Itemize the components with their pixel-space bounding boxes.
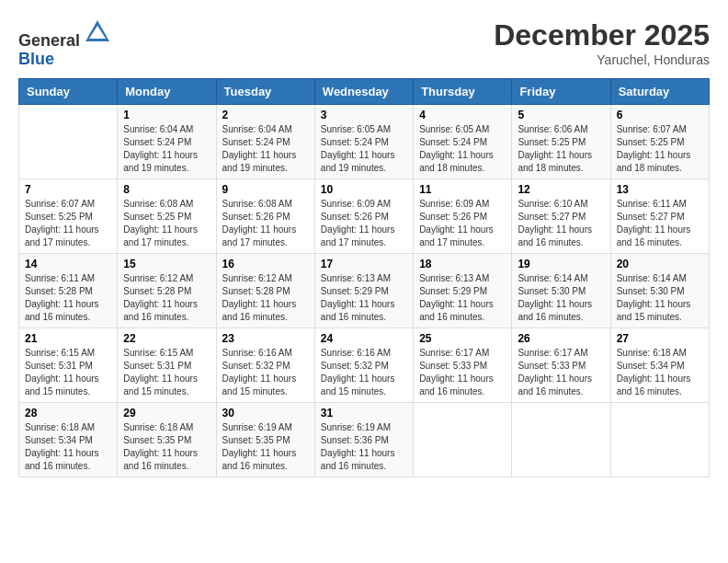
title-block: December 2025 Yaruchel, Honduras: [494, 18, 710, 67]
day-info: Sunrise: 6:10 AMSunset: 5:27 PMDaylight:…: [518, 198, 604, 249]
calendar-week-row: 28Sunrise: 6:18 AMSunset: 5:34 PMDayligh…: [19, 402, 710, 477]
day-info: Sunrise: 6:09 AMSunset: 5:26 PMDaylight:…: [321, 198, 407, 249]
weekday-header-monday: Monday: [118, 78, 216, 104]
weekday-header-row: SundayMondayTuesdayWednesdayThursdayFrid…: [19, 78, 710, 104]
page-header: General Blue December 2025 Yaruchel, Hon…: [18, 18, 710, 69]
calendar-cell: 25Sunrise: 6:17 AMSunset: 5:33 PMDayligh…: [414, 327, 512, 402]
logo: General Blue: [18, 18, 111, 69]
day-number: 15: [123, 258, 210, 270]
weekday-header-sunday: Sunday: [19, 78, 118, 104]
calendar-cell: 22Sunrise: 6:15 AMSunset: 5:31 PMDayligh…: [118, 327, 216, 402]
day-info: Sunrise: 6:16 AMSunset: 5:32 PMDaylight:…: [321, 347, 407, 398]
calendar-cell: 16Sunrise: 6:12 AMSunset: 5:28 PMDayligh…: [216, 253, 314, 327]
calendar-cell: 1Sunrise: 6:04 AMSunset: 5:24 PMDaylight…: [118, 104, 216, 178]
calendar-cell: 27Sunrise: 6:18 AMSunset: 5:34 PMDayligh…: [610, 327, 709, 402]
weekday-header-saturday: Saturday: [610, 78, 709, 104]
calendar-cell: 23Sunrise: 6:16 AMSunset: 5:32 PMDayligh…: [216, 327, 314, 402]
day-info: Sunrise: 6:14 AMSunset: 5:30 PMDaylight:…: [617, 272, 703, 324]
day-info: Sunrise: 6:07 AMSunset: 5:25 PMDaylight:…: [25, 198, 111, 249]
day-number: 8: [123, 183, 210, 196]
day-number: 23: [222, 332, 309, 345]
calendar-cell: [610, 402, 709, 477]
day-number: 12: [518, 183, 604, 196]
day-info: Sunrise: 6:13 AMSunset: 5:29 PMDaylight:…: [419, 272, 506, 324]
calendar-cell: 3Sunrise: 6:05 AMSunset: 5:24 PMDaylight…: [314, 104, 413, 178]
day-info: Sunrise: 6:18 AMSunset: 5:35 PMDaylight:…: [123, 421, 210, 473]
calendar-week-row: 7Sunrise: 6:07 AMSunset: 5:25 PMDaylight…: [19, 178, 710, 253]
day-number: 7: [25, 183, 111, 196]
day-number: 11: [419, 183, 506, 196]
day-number: 22: [123, 332, 210, 345]
logo-general-text: General: [18, 31, 80, 50]
day-number: 3: [321, 109, 407, 121]
weekday-header-tuesday: Tuesday: [216, 78, 314, 104]
day-info: Sunrise: 6:18 AMSunset: 5:34 PMDaylight:…: [617, 347, 703, 398]
day-number: 13: [617, 183, 703, 196]
day-number: 21: [25, 332, 111, 345]
calendar-cell: 17Sunrise: 6:13 AMSunset: 5:29 PMDayligh…: [314, 253, 413, 327]
day-number: 29: [123, 407, 210, 419]
day-info: Sunrise: 6:19 AMSunset: 5:35 PMDaylight:…: [222, 421, 309, 473]
calendar-cell: [414, 402, 512, 477]
day-info: Sunrise: 6:09 AMSunset: 5:26 PMDaylight:…: [419, 198, 506, 249]
day-number: 27: [617, 332, 703, 345]
calendar-cell: 24Sunrise: 6:16 AMSunset: 5:32 PMDayligh…: [314, 327, 413, 402]
calendar-cell: 14Sunrise: 6:11 AMSunset: 5:28 PMDayligh…: [19, 253, 118, 327]
day-info: Sunrise: 6:07 AMSunset: 5:25 PMDaylight:…: [617, 123, 703, 175]
day-info: Sunrise: 6:06 AMSunset: 5:25 PMDaylight:…: [518, 123, 604, 175]
calendar-cell: 8Sunrise: 6:08 AMSunset: 5:25 PMDaylight…: [118, 178, 216, 253]
weekday-header-friday: Friday: [512, 78, 610, 104]
day-number: 16: [222, 258, 309, 270]
day-number: 25: [419, 332, 506, 345]
calendar-cell: 21Sunrise: 6:15 AMSunset: 5:31 PMDayligh…: [19, 327, 118, 402]
day-info: Sunrise: 6:11 AMSunset: 5:28 PMDaylight:…: [25, 272, 111, 324]
day-number: 28: [25, 407, 111, 419]
calendar-cell: [19, 104, 118, 178]
day-info: Sunrise: 6:08 AMSunset: 5:25 PMDaylight:…: [123, 198, 210, 249]
day-number: 14: [25, 258, 111, 270]
calendar-week-row: 21Sunrise: 6:15 AMSunset: 5:31 PMDayligh…: [19, 327, 710, 402]
day-info: Sunrise: 6:17 AMSunset: 5:33 PMDaylight:…: [518, 347, 604, 398]
calendar-cell: 5Sunrise: 6:06 AMSunset: 5:25 PMDaylight…: [512, 104, 610, 178]
day-number: 5: [518, 109, 604, 121]
logo-blue-text: Blue: [18, 50, 54, 68]
calendar-cell: 31Sunrise: 6:19 AMSunset: 5:36 PMDayligh…: [314, 402, 413, 477]
calendar-cell: 30Sunrise: 6:19 AMSunset: 5:35 PMDayligh…: [216, 402, 314, 477]
calendar-table: SundayMondayTuesdayWednesdayThursdayFrid…: [18, 78, 710, 477]
day-number: 24: [321, 332, 407, 345]
weekday-header-wednesday: Wednesday: [314, 78, 413, 104]
day-info: Sunrise: 6:18 AMSunset: 5:34 PMDaylight:…: [25, 421, 111, 473]
day-info: Sunrise: 6:05 AMSunset: 5:24 PMDaylight:…: [419, 123, 506, 175]
day-number: 30: [222, 407, 309, 419]
day-info: Sunrise: 6:12 AMSunset: 5:28 PMDaylight:…: [123, 272, 210, 324]
day-number: 19: [518, 258, 604, 270]
calendar-cell: 4Sunrise: 6:05 AMSunset: 5:24 PMDaylight…: [414, 104, 512, 178]
day-info: Sunrise: 6:08 AMSunset: 5:26 PMDaylight:…: [222, 198, 309, 249]
calendar-cell: 12Sunrise: 6:10 AMSunset: 5:27 PMDayligh…: [512, 178, 610, 253]
day-info: Sunrise: 6:05 AMSunset: 5:24 PMDaylight:…: [321, 123, 407, 175]
day-info: Sunrise: 6:16 AMSunset: 5:32 PMDaylight:…: [222, 347, 309, 398]
day-info: Sunrise: 6:14 AMSunset: 5:30 PMDaylight:…: [518, 272, 604, 324]
day-info: Sunrise: 6:13 AMSunset: 5:29 PMDaylight:…: [321, 272, 407, 324]
calendar-week-row: 14Sunrise: 6:11 AMSunset: 5:28 PMDayligh…: [19, 253, 710, 327]
day-number: 2: [222, 109, 309, 121]
calendar-cell: 6Sunrise: 6:07 AMSunset: 5:25 PMDaylight…: [610, 104, 709, 178]
calendar-cell: 15Sunrise: 6:12 AMSunset: 5:28 PMDayligh…: [118, 253, 216, 327]
day-info: Sunrise: 6:15 AMSunset: 5:31 PMDaylight:…: [123, 347, 210, 398]
calendar-cell: 28Sunrise: 6:18 AMSunset: 5:34 PMDayligh…: [19, 402, 118, 477]
calendar-cell: 13Sunrise: 6:11 AMSunset: 5:27 PMDayligh…: [610, 178, 709, 253]
calendar-cell: 9Sunrise: 6:08 AMSunset: 5:26 PMDaylight…: [216, 178, 314, 253]
calendar-cell: 19Sunrise: 6:14 AMSunset: 5:30 PMDayligh…: [512, 253, 610, 327]
day-info: Sunrise: 6:15 AMSunset: 5:31 PMDaylight:…: [25, 347, 111, 398]
day-info: Sunrise: 6:17 AMSunset: 5:33 PMDaylight:…: [419, 347, 506, 398]
weekday-header-thursday: Thursday: [414, 78, 512, 104]
calendar-cell: 2Sunrise: 6:04 AMSunset: 5:24 PMDaylight…: [216, 104, 314, 178]
day-info: Sunrise: 6:04 AMSunset: 5:24 PMDaylight:…: [222, 123, 309, 175]
day-number: 17: [321, 258, 407, 270]
day-info: Sunrise: 6:19 AMSunset: 5:36 PMDaylight:…: [321, 421, 407, 473]
calendar-cell: 20Sunrise: 6:14 AMSunset: 5:30 PMDayligh…: [610, 253, 709, 327]
calendar-cell: 29Sunrise: 6:18 AMSunset: 5:35 PMDayligh…: [118, 402, 216, 477]
calendar-cell: 11Sunrise: 6:09 AMSunset: 5:26 PMDayligh…: [414, 178, 512, 253]
day-number: 4: [419, 109, 506, 121]
day-number: 31: [321, 407, 407, 419]
